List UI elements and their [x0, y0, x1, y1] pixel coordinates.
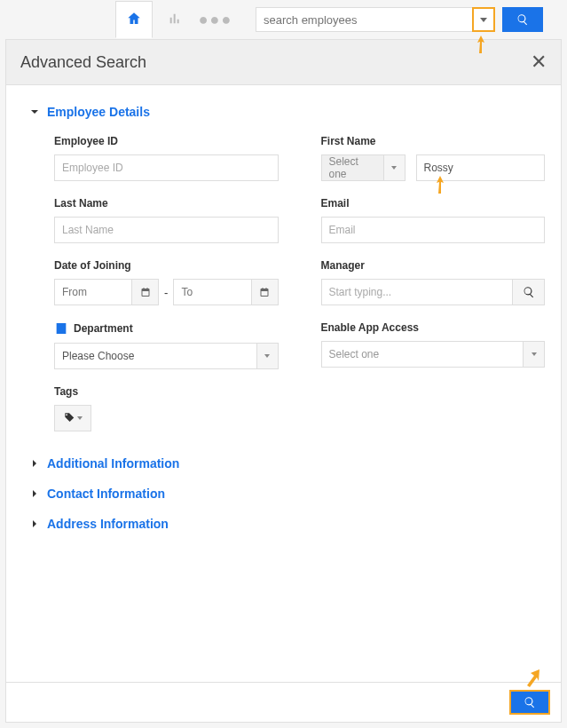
- chevron-down-icon: [480, 18, 487, 22]
- input-manager[interactable]: [321, 279, 514, 305]
- caret-down-icon: [264, 354, 270, 358]
- input-date-from[interactable]: [54, 279, 132, 305]
- tag-icon: [63, 412, 75, 424]
- label-enable-app-access: Enable App Access: [321, 321, 546, 334]
- section-title: Additional Information: [47, 456, 179, 471]
- field-enable-app-access: Enable App Access Select one: [321, 321, 546, 369]
- select-first-name-operator[interactable]: Select one: [321, 154, 406, 181]
- label-last-name: Last Name: [54, 197, 279, 210]
- panel-title: Advanced Search: [20, 53, 146, 72]
- section-title: Address Information: [47, 517, 169, 531]
- label-tags: Tags: [54, 385, 279, 398]
- input-email[interactable]: [321, 217, 546, 243]
- section-employee-details[interactable]: Employee Details: [29, 105, 545, 119]
- field-manager: Manager: [321, 259, 546, 305]
- bar-chart-icon: [168, 12, 182, 28]
- panel-body: Employee Details Employee ID First Name …: [6, 85, 561, 682]
- close-icon: ✕: [531, 51, 547, 73]
- chart-tab[interactable]: [156, 1, 193, 38]
- date-separator: -: [164, 286, 168, 299]
- caret-down-icon: [391, 166, 397, 170]
- label-department: Department: [74, 322, 133, 335]
- search-icon: [516, 13, 529, 26]
- date-to-picker-button[interactable]: [252, 279, 279, 305]
- chevron-right-icon: [29, 518, 40, 529]
- date-from-picker-button[interactable]: [132, 279, 159, 305]
- global-search: [256, 7, 543, 32]
- label-date-of-joining: Date of Joining: [54, 259, 279, 272]
- input-last-name[interactable]: [54, 217, 279, 243]
- chevron-down-icon: [29, 107, 40, 117]
- section-title: Employee Details: [47, 105, 150, 119]
- field-date-of-joining: Date of Joining -: [54, 259, 279, 305]
- field-department: Department Please Choose: [54, 321, 279, 369]
- label-first-name: First Name: [321, 135, 546, 147]
- top-toolbar: ●●●: [0, 0, 567, 39]
- section-additional-information[interactable]: Additional Information: [29, 456, 545, 471]
- select-enable-app-access[interactable]: Select one: [321, 341, 546, 368]
- ellipsis-icon: ●●●: [199, 11, 233, 29]
- field-email: Email: [321, 197, 546, 243]
- panel-header: Advanced Search ✕: [6, 40, 561, 85]
- caret-down-icon: [77, 416, 83, 420]
- input-first-name[interactable]: [416, 154, 546, 181]
- search-icon: [523, 286, 535, 298]
- field-last-name: Last Name: [54, 197, 279, 243]
- field-first-name: First Name Select one: [321, 135, 546, 181]
- label-email: Email: [321, 197, 546, 210]
- select-department[interactable]: Please Choose: [54, 343, 279, 369]
- search-input[interactable]: [256, 7, 473, 32]
- home-tab[interactable]: [115, 1, 153, 38]
- label-manager: Manager: [321, 259, 546, 272]
- calendar-icon: [259, 287, 270, 297]
- manager-lookup-button[interactable]: [513, 279, 545, 305]
- building-icon: [54, 321, 68, 336]
- search-icon: [524, 696, 536, 708]
- advanced-search-panel: Advanced Search ✕ Employee Details Emplo…: [5, 39, 562, 723]
- section-contact-information[interactable]: Contact Information: [29, 487, 545, 501]
- caret-down-icon: [532, 352, 537, 356]
- field-employee-id: Employee ID: [54, 135, 279, 181]
- input-employee-id[interactable]: [54, 154, 279, 181]
- footer-search-button[interactable]: [509, 690, 550, 715]
- more-tab[interactable]: ●●●: [197, 1, 234, 38]
- chevron-right-icon: [29, 458, 40, 469]
- field-tags: Tags: [54, 385, 279, 431]
- label-employee-id: Employee ID: [54, 135, 279, 147]
- close-button[interactable]: ✕: [531, 51, 547, 74]
- section-title: Contact Information: [47, 487, 165, 501]
- tags-button[interactable]: [54, 405, 91, 431]
- calendar-icon: [140, 287, 151, 297]
- home-icon: [126, 11, 142, 29]
- search-button[interactable]: [502, 7, 543, 32]
- input-date-to[interactable]: [173, 279, 251, 305]
- search-dropdown-toggle[interactable]: [472, 7, 495, 32]
- panel-footer: [6, 682, 561, 722]
- employee-details-form: Employee ID First Name Select one Last N…: [29, 135, 545, 431]
- section-address-information[interactable]: Address Information: [29, 517, 545, 531]
- chevron-right-icon: [29, 488, 40, 499]
